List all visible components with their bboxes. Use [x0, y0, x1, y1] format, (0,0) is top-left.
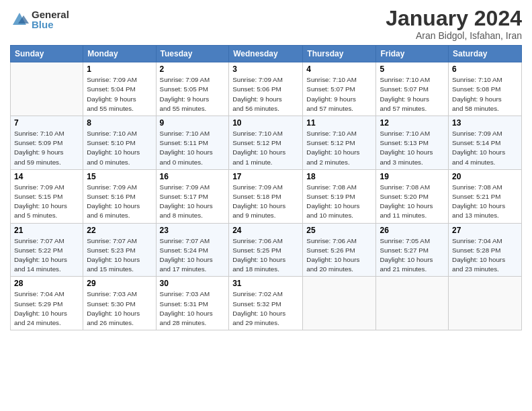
day-info: Sunrise: 7:09 AMSunset: 5:06 PMDaylight:…	[232, 75, 299, 113]
day-cell: 15Sunrise: 7:09 AMSunset: 5:16 PMDayligh…	[83, 169, 156, 223]
day-number: 13	[452, 118, 518, 128]
day-cell	[303, 277, 376, 330]
day-cell: 6Sunrise: 7:10 AMSunset: 5:08 PMDaylight…	[449, 62, 522, 116]
day-info: Sunrise: 7:06 AMSunset: 5:26 PMDaylight:…	[306, 236, 372, 275]
week-row-2: 7Sunrise: 7:10 AMSunset: 5:09 PMDaylight…	[11, 116, 522, 170]
day-cell: 7Sunrise: 7:10 AMSunset: 5:09 PMDaylight…	[11, 116, 83, 170]
title-area: January 2024 Aran Bidgol, Isfahan, Iran	[386, 7, 522, 41]
day-number: 23	[160, 226, 226, 235]
day-number: 30	[160, 279, 226, 288]
weekday-header-tuesday: Tuesday	[156, 46, 229, 62]
weekday-header-friday: Friday	[376, 46, 449, 62]
day-number: 16	[160, 172, 226, 181]
day-cell: 23Sunrise: 7:07 AMSunset: 5:24 PMDayligh…	[156, 223, 229, 277]
day-info: Sunrise: 7:04 AMSunset: 5:28 PMDaylight:…	[452, 236, 518, 275]
day-number: 2	[160, 64, 226, 74]
day-info: Sunrise: 7:10 AMSunset: 5:09 PMDaylight:…	[14, 129, 79, 167]
day-info: Sunrise: 7:10 AMSunset: 5:07 PMDaylight:…	[306, 75, 372, 113]
day-cell: 27Sunrise: 7:04 AMSunset: 5:28 PMDayligh…	[449, 223, 522, 277]
week-row-1: 1Sunrise: 7:09 AMSunset: 5:04 PMDaylight…	[11, 62, 522, 116]
day-info: Sunrise: 7:07 AMSunset: 5:23 PMDaylight:…	[87, 236, 152, 275]
day-info: Sunrise: 7:09 AMSunset: 5:16 PMDaylight:…	[87, 183, 152, 221]
day-number: 20	[452, 172, 518, 181]
day-number: 5	[380, 64, 445, 74]
day-info: Sunrise: 7:09 AMSunset: 5:05 PMDaylight:…	[160, 75, 226, 113]
day-info: Sunrise: 7:07 AMSunset: 5:22 PMDaylight:…	[14, 236, 79, 275]
day-cell: 30Sunrise: 7:03 AMSunset: 5:31 PMDayligh…	[156, 277, 229, 330]
day-number: 27	[452, 226, 518, 235]
day-number: 3	[232, 64, 299, 74]
weekday-header-monday: Monday	[83, 46, 156, 62]
day-cell: 20Sunrise: 7:08 AMSunset: 5:21 PMDayligh…	[449, 169, 522, 223]
day-info: Sunrise: 7:09 AMSunset: 5:14 PMDaylight:…	[452, 129, 518, 167]
day-cell: 18Sunrise: 7:08 AMSunset: 5:19 PMDayligh…	[303, 169, 376, 223]
day-info: Sunrise: 7:10 AMSunset: 5:10 PMDaylight:…	[87, 129, 152, 167]
day-info: Sunrise: 7:06 AMSunset: 5:25 PMDaylight:…	[232, 236, 299, 275]
logo-general: General	[32, 9, 69, 19]
day-number: 6	[452, 64, 518, 74]
day-number: 9	[160, 118, 226, 128]
day-info: Sunrise: 7:10 AMSunset: 5:12 PMDaylight:…	[306, 129, 372, 167]
day-number: 10	[232, 118, 299, 128]
day-number: 18	[306, 172, 372, 181]
day-info: Sunrise: 7:09 AMSunset: 5:15 PMDaylight:…	[14, 183, 79, 221]
day-cell: 3Sunrise: 7:09 AMSunset: 5:06 PMDaylight…	[229, 62, 303, 116]
weekday-header-thursday: Thursday	[303, 46, 376, 62]
logo-icon	[10, 10, 29, 29]
calendar-container: General Blue January 2024 Aran Bidgol, I…	[0, 0, 532, 337]
day-cell: 25Sunrise: 7:06 AMSunset: 5:26 PMDayligh…	[303, 223, 376, 277]
day-number: 15	[87, 172, 152, 181]
day-number: 31	[232, 279, 299, 288]
day-cell: 31Sunrise: 7:02 AMSunset: 5:32 PMDayligh…	[229, 277, 303, 330]
day-info: Sunrise: 7:09 AMSunset: 5:18 PMDaylight:…	[232, 183, 299, 221]
day-info: Sunrise: 7:05 AMSunset: 5:27 PMDaylight:…	[380, 236, 445, 275]
day-cell: 13Sunrise: 7:09 AMSunset: 5:14 PMDayligh…	[449, 116, 522, 170]
day-number: 28	[14, 279, 79, 288]
day-cell: 5Sunrise: 7:10 AMSunset: 5:07 PMDaylight…	[376, 62, 449, 116]
weekday-header-row: SundayMondayTuesdayWednesdayThursdayFrid…	[11, 46, 522, 62]
header: General Blue January 2024 Aran Bidgol, I…	[10, 7, 522, 41]
day-cell	[376, 277, 449, 330]
day-info: Sunrise: 7:10 AMSunset: 5:13 PMDaylight:…	[380, 129, 445, 167]
week-row-3: 14Sunrise: 7:09 AMSunset: 5:15 PMDayligh…	[11, 169, 522, 223]
day-number: 4	[306, 64, 372, 74]
day-cell: 9Sunrise: 7:10 AMSunset: 5:11 PMDaylight…	[156, 116, 229, 170]
weekday-header-saturday: Saturday	[449, 46, 522, 62]
day-info: Sunrise: 7:08 AMSunset: 5:21 PMDaylight:…	[452, 183, 518, 221]
day-info: Sunrise: 7:10 AMSunset: 5:08 PMDaylight:…	[452, 75, 518, 113]
day-info: Sunrise: 7:04 AMSunset: 5:29 PMDaylight:…	[14, 289, 79, 328]
day-number: 22	[87, 226, 152, 235]
day-cell	[11, 62, 83, 116]
day-info: Sunrise: 7:07 AMSunset: 5:24 PMDaylight:…	[160, 236, 226, 275]
day-number: 17	[232, 172, 299, 181]
logo-blue: Blue	[32, 19, 69, 30]
day-info: Sunrise: 7:10 AMSunset: 5:12 PMDaylight:…	[232, 129, 299, 167]
day-info: Sunrise: 7:02 AMSunset: 5:32 PMDaylight:…	[232, 289, 299, 328]
day-cell: 21Sunrise: 7:07 AMSunset: 5:22 PMDayligh…	[11, 223, 83, 277]
day-cell: 24Sunrise: 7:06 AMSunset: 5:25 PMDayligh…	[229, 223, 303, 277]
day-number: 12	[380, 118, 445, 128]
day-info: Sunrise: 7:08 AMSunset: 5:19 PMDaylight:…	[306, 183, 372, 221]
day-info: Sunrise: 7:09 AMSunset: 5:17 PMDaylight:…	[160, 183, 226, 221]
day-cell: 12Sunrise: 7:10 AMSunset: 5:13 PMDayligh…	[376, 116, 449, 170]
week-row-5: 28Sunrise: 7:04 AMSunset: 5:29 PMDayligh…	[11, 277, 522, 330]
day-number: 29	[87, 279, 152, 288]
day-number: 1	[87, 64, 152, 74]
day-cell: 19Sunrise: 7:08 AMSunset: 5:20 PMDayligh…	[376, 169, 449, 223]
day-cell: 11Sunrise: 7:10 AMSunset: 5:12 PMDayligh…	[303, 116, 376, 170]
day-info: Sunrise: 7:03 AMSunset: 5:30 PMDaylight:…	[87, 289, 152, 328]
day-number: 19	[380, 172, 445, 181]
calendar-subtitle: Aran Bidgol, Isfahan, Iran	[386, 30, 522, 41]
day-info: Sunrise: 7:10 AMSunset: 5:07 PMDaylight:…	[380, 75, 445, 113]
day-info: Sunrise: 7:08 AMSunset: 5:20 PMDaylight:…	[380, 183, 445, 221]
weekday-header-wednesday: Wednesday	[229, 46, 303, 62]
day-cell: 2Sunrise: 7:09 AMSunset: 5:05 PMDaylight…	[156, 62, 229, 116]
day-cell: 17Sunrise: 7:09 AMSunset: 5:18 PMDayligh…	[229, 169, 303, 223]
day-cell: 22Sunrise: 7:07 AMSunset: 5:23 PMDayligh…	[83, 223, 156, 277]
day-info: Sunrise: 7:09 AMSunset: 5:04 PMDaylight:…	[87, 75, 152, 113]
calendar-table: SundayMondayTuesdayWednesdayThursdayFrid…	[10, 45, 522, 330]
day-number: 21	[14, 226, 79, 235]
day-number: 25	[306, 226, 372, 235]
day-number: 24	[232, 226, 299, 235]
day-cell: 8Sunrise: 7:10 AMSunset: 5:10 PMDaylight…	[83, 116, 156, 170]
